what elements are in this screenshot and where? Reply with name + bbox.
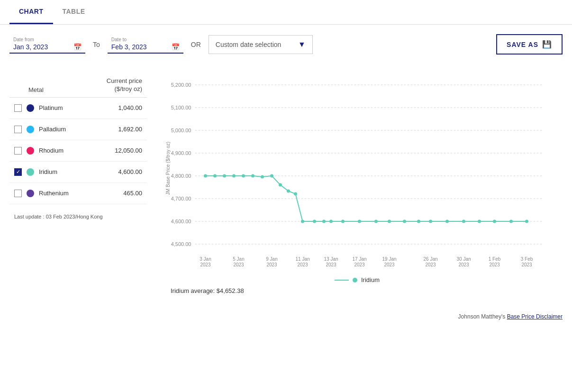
- calendar-from-icon[interactable]: 📅: [73, 43, 82, 51]
- disclaimer-link[interactable]: Base Price Disclaimer: [507, 313, 563, 320]
- svg-text:26 Jan: 26 Jan: [423, 256, 437, 262]
- svg-point-42: [232, 174, 236, 178]
- date-from-field[interactable]: Date from Jan 3, 2023 📅: [9, 35, 85, 54]
- metal-row-ruthenium: Ruthenium 465.00: [9, 183, 147, 204]
- ruthenium-dot: [27, 190, 34, 197]
- rhodium-name: Rhodium: [39, 147, 104, 154]
- metal-row-iridium: Iridium 4,600.00: [9, 162, 147, 183]
- palladium-checkbox[interactable]: [14, 126, 22, 133]
- svg-text:30 Jan: 30 Jan: [456, 256, 471, 262]
- svg-text:5,000.00: 5,000.00: [171, 128, 191, 133]
- calendar-to-icon[interactable]: 📅: [172, 43, 180, 51]
- rhodium-price: 12,050.00: [109, 147, 142, 154]
- chart-container: 5,200.00 5,100.00 5,000.00 4,900.00 4,80…: [152, 73, 563, 273]
- svg-point-53: [329, 220, 333, 223]
- svg-point-65: [509, 220, 513, 223]
- svg-text:5 Jan: 5 Jan: [233, 256, 244, 262]
- svg-point-57: [388, 220, 391, 223]
- ruthenium-name: Ruthenium: [39, 190, 104, 197]
- ruthenium-price: 465.00: [109, 190, 142, 197]
- svg-text:11 Jan: 11 Jan: [295, 256, 309, 262]
- svg-point-40: [213, 174, 217, 178]
- svg-point-39: [204, 174, 207, 178]
- rhodium-checkbox[interactable]: [14, 147, 22, 155]
- svg-text:9 Jan: 9 Jan: [266, 256, 277, 262]
- svg-point-66: [525, 220, 528, 223]
- metal-row-platinum: Platinum 1,040.00: [9, 98, 147, 119]
- col-price-header: Current price($/troy oz): [107, 77, 142, 93]
- tab-table[interactable]: TABLE: [53, 0, 95, 24]
- legend-line: [335, 280, 349, 281]
- or-label: OR: [189, 41, 203, 48]
- svg-text:4,800.00: 4,800.00: [171, 173, 191, 179]
- svg-text:2023: 2023: [266, 262, 277, 267]
- platinum-checkbox[interactable]: [14, 104, 22, 112]
- svg-text:13 Jan: 13 Jan: [324, 256, 338, 262]
- metals-table: Metal Current price($/troy oz) Platinum …: [9, 73, 147, 299]
- iridium-price: 4,600.00: [109, 168, 142, 175]
- palladium-name: Palladium: [39, 126, 104, 133]
- tab-chart[interactable]: CHART: [9, 0, 53, 24]
- palladium-price: 1,692.00: [109, 126, 142, 133]
- svg-text:3 Jan: 3 Jan: [200, 256, 211, 262]
- platinum-dot: [27, 104, 34, 112]
- svg-point-45: [261, 175, 264, 179]
- svg-point-54: [341, 220, 345, 223]
- col-metal-header: Metal: [28, 86, 44, 93]
- chart-area: 5,200.00 5,100.00 5,000.00 4,900.00 4,80…: [147, 64, 567, 299]
- svg-point-59: [417, 220, 420, 223]
- svg-text:2023: 2023: [354, 262, 365, 267]
- svg-point-51: [313, 220, 316, 223]
- svg-text:17 Jan: 17 Jan: [352, 256, 366, 262]
- date-to-label: Date to: [111, 37, 180, 42]
- svg-text:3 Feb: 3 Feb: [521, 256, 533, 262]
- chart-svg: 5,200.00 5,100.00 5,000.00 4,900.00 4,80…: [152, 73, 563, 273]
- svg-text:4,600.00: 4,600.00: [171, 219, 191, 224]
- date-to-value: Feb 3, 2023: [111, 43, 147, 51]
- svg-point-64: [493, 220, 496, 223]
- footer-text: Johnson Matthey's Base Price Disclaimer: [458, 313, 563, 320]
- svg-text:2023: 2023: [521, 262, 532, 267]
- svg-point-50: [301, 220, 304, 223]
- svg-text:19 Jan: 19 Jan: [382, 256, 396, 262]
- tabs-container: CHART TABLE: [0, 0, 572, 25]
- legend-dot: [353, 278, 357, 283]
- main-content: Metal Current price($/troy oz) Platinum …: [0, 64, 572, 309]
- date-from-label: Date from: [13, 37, 82, 42]
- svg-point-43: [242, 174, 245, 178]
- ruthenium-checkbox[interactable]: [14, 190, 22, 197]
- to-label: To: [91, 41, 102, 48]
- svg-point-52: [322, 220, 326, 223]
- svg-point-56: [374, 220, 378, 223]
- svg-text:2023: 2023: [326, 262, 336, 267]
- metals-table-header: Metal Current price($/troy oz): [9, 73, 147, 98]
- save-icon: 💾: [542, 40, 552, 49]
- svg-point-61: [445, 220, 449, 223]
- iridium-checkbox[interactable]: [14, 168, 22, 176]
- last-update: Last update : 03 Feb 2023/Hong Kong: [9, 204, 147, 219]
- svg-point-41: [223, 174, 226, 178]
- svg-text:2023: 2023: [384, 262, 395, 267]
- svg-text:2023: 2023: [489, 262, 500, 267]
- svg-point-47: [279, 183, 282, 187]
- svg-text:5,200.00: 5,200.00: [171, 82, 191, 88]
- metal-row-rhodium: Rhodium 12,050.00: [9, 140, 147, 162]
- svg-text:2023: 2023: [297, 262, 308, 267]
- svg-text:4,500.00: 4,500.00: [171, 241, 191, 247]
- svg-point-62: [462, 220, 465, 223]
- palladium-dot: [27, 126, 34, 133]
- platinum-price: 1,040.00: [109, 104, 142, 111]
- chevron-down-icon: ▼: [298, 40, 306, 49]
- svg-text:2023: 2023: [458, 262, 469, 267]
- save-as-button[interactable]: SAVE AS 💾: [496, 34, 563, 55]
- rhodium-dot: [27, 147, 34, 155]
- metal-row-palladium: Palladium 1,692.00: [9, 119, 147, 140]
- svg-point-44: [251, 174, 254, 178]
- svg-point-63: [478, 220, 481, 223]
- chart-average: Iridium average: $4,652.38: [152, 283, 563, 294]
- custom-date-dropdown[interactable]: Custom date selection ▼: [209, 35, 313, 54]
- iridium-dot: [27, 168, 34, 176]
- date-to-field[interactable]: Date to Feb 3, 2023 📅: [108, 35, 183, 54]
- save-label: SAVE AS: [507, 41, 538, 48]
- controls-bar: Date from Jan 3, 2023 📅 To Date to Feb 3…: [0, 25, 572, 64]
